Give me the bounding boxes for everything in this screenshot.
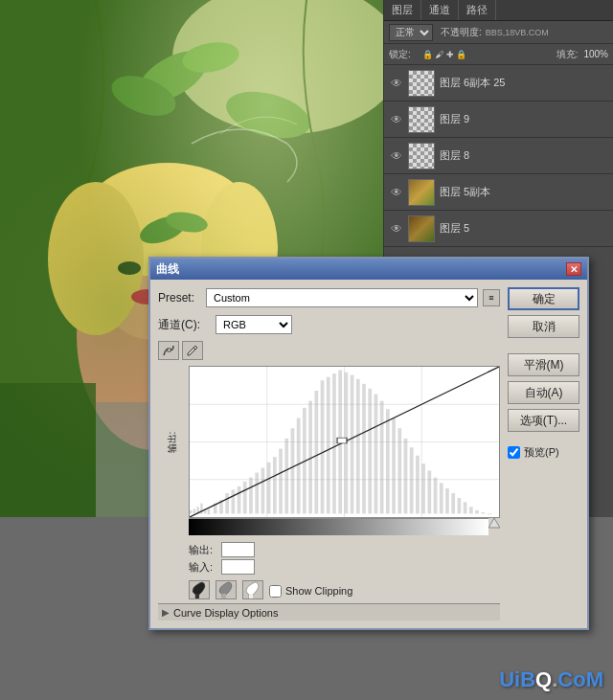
options-button[interactable]: 选项(T)... <box>508 409 579 432</box>
svg-rect-61 <box>380 401 384 514</box>
gray-point-eyedropper[interactable] <box>216 580 237 599</box>
layer-thumb-0 <box>408 70 435 97</box>
svg-rect-60 <box>375 395 378 514</box>
svg-rect-32 <box>208 508 210 514</box>
panel-tabs: 图层 通道 路径 <box>384 0 613 21</box>
svg-rect-53 <box>332 373 336 513</box>
tab-layers[interactable]: 图层 <box>384 0 421 20</box>
tab-paths[interactable]: 路径 <box>459 0 496 20</box>
input-text-label: 输入: <box>189 560 217 575</box>
show-clipping-checkbox[interactable] <box>269 585 282 598</box>
watermark-bq: Q <box>535 667 552 691</box>
channel-select[interactable]: RGB Red Green Blue <box>216 315 292 334</box>
svg-rect-39 <box>249 478 253 514</box>
curve-area[interactable] <box>189 366 500 518</box>
curve-graph-with-label: 输出: <box>158 366 500 518</box>
layer-item-2[interactable]: 👁 图层 8 <box>384 138 613 174</box>
layer-thumb-3 <box>408 179 435 206</box>
svg-rect-83 <box>195 594 199 598</box>
svg-rect-31 <box>204 510 206 514</box>
gradient-bar <box>189 518 488 535</box>
output-label: 输出: <box>166 431 179 453</box>
svg-rect-47 <box>297 418 301 514</box>
svg-rect-35 <box>225 493 229 513</box>
svg-rect-73 <box>451 493 455 513</box>
svg-rect-79 <box>488 513 492 514</box>
svg-rect-45 <box>284 439 288 514</box>
fill-label: 填充: <box>556 48 579 61</box>
svg-rect-85 <box>249 594 253 598</box>
layer-visibility-0[interactable]: 👁 <box>389 76 404 91</box>
svg-rect-71 <box>440 483 443 513</box>
layer-visibility-1[interactable]: 👁 <box>389 112 404 127</box>
curve-draw-tool[interactable] <box>158 341 179 360</box>
curve-pencil-tool[interactable] <box>182 341 203 360</box>
svg-rect-38 <box>243 482 247 514</box>
layers-toolbar: 正常 不透明度: BBS,18VB.COM <box>384 21 613 44</box>
curves-dialog: 曲线 ✕ Preset: Custom ≡ 通道(C): RGB Red Gre… <box>148 257 589 630</box>
layer-visibility-3[interactable]: 👁 <box>389 185 404 200</box>
output-value-field[interactable] <box>221 542 255 557</box>
smooth-button[interactable]: 平滑(M) <box>508 353 579 376</box>
svg-rect-58 <box>362 384 366 514</box>
watermark-ui: UiB <box>499 667 535 691</box>
svg-rect-66 <box>410 447 414 513</box>
svg-rect-64 <box>397 428 401 513</box>
channel-label: 通道(C): <box>158 317 211 333</box>
layer-item-4[interactable]: 👁 图层 5 <box>384 211 613 247</box>
svg-rect-67 <box>416 456 420 514</box>
watermark-com: CoM <box>557 667 603 691</box>
lock-label: 锁定: <box>389 48 411 61</box>
input-value-field[interactable] <box>221 559 255 575</box>
output-side-label: 输出: <box>158 366 187 518</box>
svg-rect-51 <box>321 380 325 513</box>
svg-rect-59 <box>368 389 372 514</box>
white-point-eyedropper[interactable] <box>242 580 263 599</box>
watermark: UiBQ.CoM <box>499 667 603 692</box>
auto-button[interactable]: 自动(A) <box>508 381 579 404</box>
curves-titlebar[interactable]: 曲线 ✕ <box>150 259 587 280</box>
layer-name-1: 图层 9 <box>440 112 469 126</box>
preset-label: Preset: <box>158 291 201 305</box>
svg-rect-50 <box>314 391 318 513</box>
svg-rect-84 <box>222 594 226 598</box>
svg-rect-77 <box>475 510 479 514</box>
svg-rect-76 <box>469 507 473 513</box>
svg-rect-27 <box>190 510 192 514</box>
curves-right-panel: 确定 取消 平滑(M) 自动(A) 选项(T)... 预览(P) <box>508 287 579 621</box>
lock-row: 锁定: 🔒 🖌 ✚ 🔒 填充: 100% <box>384 44 613 65</box>
preview-checkbox[interactable] <box>508 446 520 459</box>
fill-value: 100% <box>583 49 608 59</box>
svg-rect-78 <box>481 512 485 513</box>
blend-mode-select[interactable]: 正常 <box>389 24 433 41</box>
preset-row: Preset: Custom ≡ <box>158 287 500 308</box>
svg-rect-75 <box>464 502 467 513</box>
svg-rect-36 <box>231 489 235 513</box>
layer-name-2: 图层 8 <box>440 148 469 163</box>
cancel-button[interactable]: 取消 <box>508 315 579 338</box>
svg-rect-46 <box>291 428 295 513</box>
layer-thumb-4 <box>408 215 435 242</box>
svg-rect-41 <box>261 468 265 514</box>
curve-display-options-row[interactable]: ▶ Curve Display Options <box>158 603 500 621</box>
layer-visibility-4[interactable]: 👁 <box>389 221 404 237</box>
svg-rect-72 <box>445 488 449 513</box>
black-point-eyedropper[interactable] <box>189 580 210 599</box>
show-clipping-row: Show Clipping <box>269 585 352 598</box>
svg-rect-40 <box>255 473 259 514</box>
layer-item-3[interactable]: 👁 图层 5副本 <box>384 174 613 211</box>
channel-row: 通道(C): RGB Red Green Blue <box>158 314 500 335</box>
opacity-value: BBS,18VB.COM <box>486 28 549 37</box>
ok-button[interactable]: 确定 <box>508 287 579 310</box>
layer-visibility-2[interactable]: 👁 <box>389 148 404 164</box>
tab-channels[interactable]: 通道 <box>421 0 459 20</box>
svg-rect-74 <box>458 498 462 513</box>
preset-select[interactable]: Custom <box>206 288 478 307</box>
svg-rect-42 <box>267 463 271 514</box>
layer-item-0[interactable]: 👁 图层 6副本 25 <box>384 65 613 102</box>
curves-close-button[interactable]: ✕ <box>566 262 581 276</box>
curves-left-panel: Preset: Custom ≡ 通道(C): RGB Red Green Bl… <box>158 287 500 621</box>
preset-options-icon[interactable]: ≡ <box>483 289 500 306</box>
layer-item-1[interactable]: 👁 图层 9 <box>384 102 613 138</box>
svg-rect-57 <box>356 379 360 514</box>
